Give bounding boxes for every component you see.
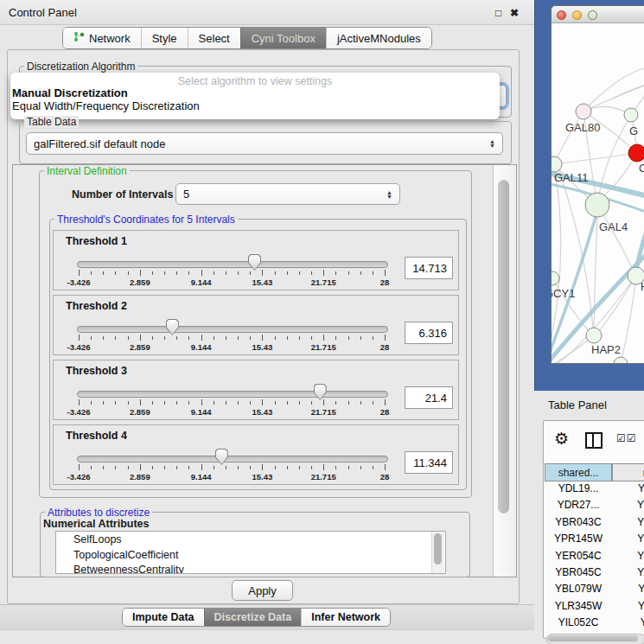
control-panel-tabs: NetworkStyleSelectCyni ToolboxjActiveMNo…	[62, 27, 432, 49]
slider-tick	[348, 271, 349, 275]
network-canvas[interactable]: GAL80GCGAL11GAL4GCY1HHAP2	[552, 22, 644, 364]
columns-icon[interactable]	[585, 432, 603, 449]
horizontal-scrollbar[interactable]	[546, 634, 644, 644]
name-cell[interactable]: YDR2	[616, 499, 644, 511]
slider-track[interactable]	[77, 456, 388, 462]
name-cell[interactable]: YBR0	[616, 516, 644, 528]
slider-thumb[interactable]	[248, 254, 261, 271]
gear-icon[interactable]: ⚙	[554, 429, 569, 449]
shared-name-cell[interactable]: YER054C	[545, 550, 612, 562]
shared-name-cell[interactable]: YDR27...	[545, 499, 612, 511]
network-node[interactable]	[614, 357, 628, 364]
numerical-attribute-item[interactable]: TopologicalCoefficient	[73, 549, 178, 561]
table-header-name[interactable]: na	[612, 463, 644, 481]
network-node[interactable]	[585, 193, 609, 217]
tab-cyni-toolbox[interactable]: Cyni Toolbox	[240, 28, 326, 48]
threshold-value-field[interactable]	[405, 451, 453, 474]
network-node[interactable]	[552, 156, 562, 172]
algorithm-option[interactable]: Manual Discretization	[10, 87, 500, 100]
slider-track[interactable]	[77, 326, 388, 333]
shared-name-cell[interactable]: YPR145W	[545, 532, 612, 545]
table-row[interactable]: YIL052CYIL0	[544, 616, 644, 632]
table-row[interactable]: YBR043CYBR0	[544, 516, 644, 532]
algorithm-option[interactable]: Equal Width/Frequency Discretization	[10, 100, 500, 113]
table-row[interactable]: YER054CYER0	[544, 550, 644, 566]
shared-name-cell[interactable]: YLR345W	[545, 600, 612, 612]
attributes-list-scrollbar[interactable]	[431, 532, 444, 573]
slider-tick-label: 9.144	[191, 277, 212, 287]
slider-thumb[interactable]	[166, 319, 179, 335]
slider-tick	[188, 401, 189, 405]
close-panel-icon[interactable]: ✖	[510, 7, 519, 19]
threshold-value-field[interactable]	[405, 322, 453, 344]
slider-tick	[348, 466, 349, 469]
slider-tick-label: 15.43	[252, 472, 273, 481]
shared-name-cell[interactable]: YBR043C	[545, 516, 612, 528]
vertical-scrollbar[interactable]	[493, 165, 516, 577]
slider-tick	[311, 271, 312, 275]
apply-button[interactable]: Apply	[232, 580, 293, 601]
name-cell[interactable]: YLR3	[616, 600, 644, 612]
tab-impute-data[interactable]: Impute Data	[123, 609, 204, 626]
name-cell[interactable]: YBL0	[616, 583, 644, 595]
network-node[interactable]	[624, 108, 638, 122]
screen: Control Panel □ ✖ NetworkStyleSelectCyni…	[0, 0, 644, 644]
network-node[interactable]	[552, 271, 559, 285]
name-cell[interactable]: YER0	[616, 550, 644, 562]
shared-name-cell[interactable]: YBR045C	[545, 566, 612, 578]
slider-tick	[250, 466, 251, 469]
slider-tick	[299, 466, 300, 469]
table-row[interactable]: YLR345WYLR3	[544, 600, 644, 616]
name-cell[interactable]: YBR0	[616, 566, 644, 578]
minimize-traffic-light-icon[interactable]	[572, 10, 582, 20]
slider-tick	[373, 401, 373, 405]
network-window-titlebar[interactable]	[552, 6, 644, 23]
numerical-attributes-list[interactable]: SelfLoopsTopologicalCoefficientBetweenne…	[55, 531, 446, 574]
slider-track[interactable]	[77, 391, 388, 398]
threshold-value-field[interactable]	[405, 386, 453, 409]
horizontal-scrollbar-thumb[interactable]	[548, 635, 638, 641]
name-cell[interactable]: YDL1	[616, 482, 644, 494]
network-node[interactable]	[628, 144, 644, 162]
tab-style[interactable]: Style	[141, 28, 188, 48]
table-header-shared-name[interactable]: shared...	[545, 463, 612, 481]
tab-jactivemnodules[interactable]: jActiveMNodules	[326, 28, 431, 48]
slider-tick	[176, 466, 177, 469]
tab-discretize-data[interactable]: Discretize Data	[204, 609, 302, 626]
numerical-attribute-item[interactable]: SelfLoops	[73, 533, 122, 545]
slider-tick	[115, 401, 116, 405]
tab-select[interactable]: Select	[188, 28, 240, 48]
name-cell[interactable]: YIL0	[616, 616, 644, 628]
table-row[interactable]: YBL079WYBL0	[544, 583, 644, 599]
vertical-scrollbar-thumb[interactable]	[498, 180, 509, 513]
tab-infer-network[interactable]: Infer Network	[301, 609, 390, 626]
threshold-value-field[interactable]	[405, 257, 453, 279]
slider-tick	[79, 399, 80, 405]
table-row[interactable]: YDR27...YDR2	[544, 499, 644, 515]
slider-thumb[interactable]	[215, 449, 228, 465]
slider-track[interactable]	[77, 261, 388, 268]
table-data-combobox[interactable]: galFiltered.sif default node ▲▼	[26, 132, 503, 155]
attributes-list-scrollbar-thumb[interactable]	[434, 533, 442, 564]
shared-name-cell[interactable]: YBL079W	[545, 583, 612, 595]
slider-tick	[262, 399, 263, 405]
select-columns-checkboxes-icon[interactable]: ☑☑	[616, 432, 637, 444]
number-of-intervals-combobox[interactable]: 5 ▲▼	[175, 183, 400, 205]
numerical-attribute-item[interactable]: BetweennessCentrality	[73, 564, 184, 574]
shared-name-cell[interactable]: YDL19...	[545, 482, 612, 494]
slider-tick-label: 2.859	[130, 277, 150, 287]
tab-network[interactable]: Network	[63, 28, 141, 48]
table-row[interactable]: YBR045CYBR0	[544, 566, 644, 583]
network-node[interactable]	[576, 104, 591, 119]
name-cell[interactable]: YPR1	[616, 532, 644, 545]
slider-tick	[373, 466, 373, 469]
close-traffic-light-icon[interactable]	[557, 10, 566, 20]
zoom-traffic-light-icon[interactable]	[588, 10, 597, 20]
network-node[interactable]	[586, 328, 602, 343]
table-row[interactable]: YDL19...YDL1	[544, 482, 644, 499]
shared-name-cell[interactable]: YIL052C	[545, 616, 612, 628]
numerical-attributes-label: Numerical Attributes	[43, 518, 149, 530]
table-row[interactable]: YPR145WYPR1	[544, 532, 644, 549]
slider-thumb[interactable]	[314, 384, 327, 400]
float-window-icon[interactable]: □	[495, 7, 501, 19]
